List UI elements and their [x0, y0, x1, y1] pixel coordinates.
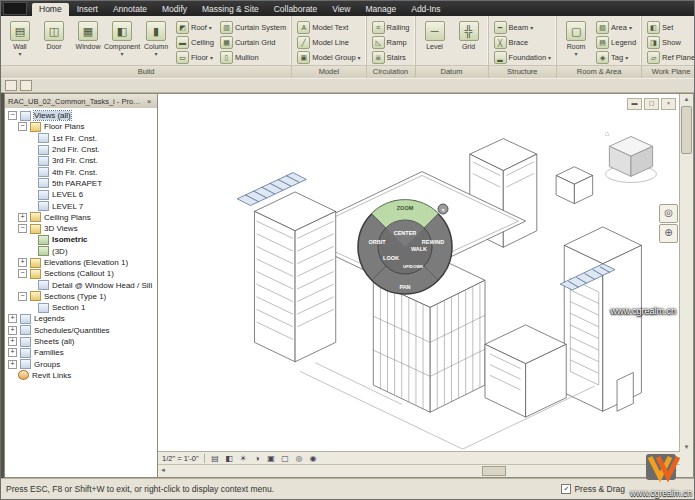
tree-item-schedules-quantities[interactable]: +Schedules/Quantities — [5, 325, 157, 336]
scroll-up-icon[interactable]: ▲ — [684, 94, 690, 104]
home-icon[interactable]: ⌂ — [605, 129, 610, 138]
collapse-toggle-icon[interactable]: − — [18, 269, 27, 278]
tab-manage[interactable]: Manage — [359, 3, 404, 16]
horizontal-scrollbar[interactable]: ◄ ► — [158, 464, 680, 477]
ribbon-button-roof[interactable]: ◩Roof▾ — [174, 20, 216, 35]
view-cube[interactable]: ⌂ — [600, 128, 662, 190]
tab-view[interactable]: View — [325, 3, 357, 16]
project-browser-header[interactable]: RAC_UB_02_Common_Tasks_i - Project... × — [5, 94, 157, 108]
tree-item-views-all[interactable]: −Views (all) — [5, 110, 157, 121]
tree-item-3d[interactable]: (3D) — [5, 246, 157, 257]
ribbon-button-set[interactable]: ◧Set — [645, 20, 694, 35]
tree-item-elevations-elevation-1[interactable]: +Elevations (Elevation 1) — [5, 257, 157, 268]
expand-toggle-icon[interactable]: + — [18, 258, 27, 267]
ribbon-button-beam[interactable]: ━Beam▾ — [492, 20, 554, 35]
options-bar-icon[interactable] — [20, 80, 32, 91]
tab-add-ins[interactable]: Add-Ins — [404, 3, 447, 16]
scale-button[interactable]: 1/2" = 1'-0" — [162, 454, 199, 463]
minimize-icon[interactable]: ▬ — [627, 98, 642, 110]
ribbon-button-stairs[interactable]: ≣Stairs — [370, 50, 412, 65]
tree-item-floor-plans[interactable]: −Floor Plans — [5, 121, 157, 132]
wheel-look-label[interactable]: LOOK — [383, 255, 399, 261]
tree-item-4th-flr-cnst[interactable]: 4th Flr. Cnst. — [5, 166, 157, 177]
ribbon-button-curtain-system[interactable]: ▥Curtain System — [218, 20, 288, 35]
detail-level-icon[interactable]: ▤ — [210, 454, 221, 463]
ribbon-button-level[interactable]: ─Level — [419, 18, 451, 65]
wheel-rewind-label[interactable]: REWIND — [422, 239, 444, 245]
ribbon-button-railing[interactable]: ≡Railing — [370, 20, 412, 35]
tree-item-families[interactable]: +Families — [5, 347, 157, 358]
ribbon-button-wall[interactable]: ▤Wall▾ — [4, 18, 36, 65]
restore-icon[interactable]: ▢ — [644, 98, 659, 110]
tree-item-ceiling-plans[interactable]: +Ceiling Plans — [5, 212, 157, 223]
panel-title-model[interactable]: Model — [292, 65, 365, 78]
wheel-zoom-label[interactable]: ZOOM — [397, 205, 414, 211]
expand-toggle-icon[interactable]: + — [8, 348, 17, 357]
collapse-toggle-icon[interactable]: − — [8, 111, 17, 120]
tree-item-level-7[interactable]: LEVEL 7 — [5, 200, 157, 211]
press-drag-checkbox[interactable]: ✓ — [561, 484, 571, 494]
ribbon-button-component[interactable]: ◧Component▾ — [106, 18, 138, 65]
shadows-icon[interactable]: ◑ — [252, 454, 263, 463]
ribbon-button-show[interactable]: ◨Show — [645, 35, 694, 50]
tree-item-section-1[interactable]: Section 1 — [5, 302, 157, 313]
ribbon-button-ramp[interactable]: ◺Ramp — [370, 35, 412, 50]
tree-item-2nd-flr-cnst[interactable]: 2nd Flr. Cnst. — [5, 144, 157, 155]
tab-modify[interactable]: Modify — [155, 3, 194, 16]
tab-massing-site[interactable]: Massing & Site — [195, 3, 266, 16]
hide-isolate-icon[interactable]: ◎ — [294, 454, 305, 463]
steering-wheel-button[interactable]: ◎ — [659, 204, 678, 223]
view-viewport[interactable]: ZOOM REWIND PAN ORBIT CENTER WALK LOOK U… — [158, 94, 680, 452]
tree-item-level-6[interactable]: LEVEL 6 — [5, 189, 157, 200]
tree-item-5th-parapet[interactable]: 5th PARAPET — [5, 178, 157, 189]
expand-toggle-icon[interactable]: + — [8, 337, 17, 346]
collapse-toggle-icon[interactable]: − — [18, 224, 27, 233]
scroll-down-icon[interactable]: ▼ — [684, 442, 690, 452]
ribbon-button-grid[interactable]: ╬Grid — [453, 18, 485, 65]
ribbon-button-column[interactable]: ▮Column▾ — [140, 18, 172, 65]
collapse-toggle-icon[interactable]: − — [18, 122, 27, 131]
panel-title-datum[interactable]: Datum — [416, 65, 488, 78]
close-icon[interactable]: × — [661, 98, 676, 110]
tab-annotate[interactable]: Annotate — [106, 3, 154, 16]
options-bar-icon[interactable] — [5, 80, 17, 91]
sun-path-icon[interactable]: ☀ — [238, 454, 249, 463]
tab-collaborate[interactable]: Collaborate — [267, 3, 324, 16]
visual-style-icon[interactable]: ◧ — [224, 454, 235, 463]
ribbon-button-ref-plane[interactable]: ▱Ref Plane — [645, 50, 694, 65]
steering-wheel[interactable]: ZOOM REWIND PAN ORBIT CENTER WALK LOOK U… — [355, 197, 455, 297]
wheel-center-label[interactable]: CENTER — [394, 230, 417, 236]
tree-item-isometric[interactable]: Isometric — [5, 234, 157, 245]
ribbon-button-model-group[interactable]: ▣Model Group▾ — [295, 50, 362, 65]
drawing-area[interactable]: ZOOM REWIND PAN ORBIT CENTER WALK LOOK U… — [158, 93, 694, 478]
ribbon-button-curtain-grid[interactable]: ▦Curtain Grid — [218, 35, 288, 50]
close-icon[interactable]: × — [144, 97, 154, 106]
ribbon-button-foundation[interactable]: ▂Foundation▾ — [492, 50, 554, 65]
wheel-orbit-label[interactable]: ORBIT — [368, 239, 386, 245]
scroll-left-icon[interactable]: ◄ — [160, 467, 166, 473]
crop-region-icon[interactable]: ▢ — [280, 454, 291, 463]
ribbon-button-area[interactable]: ▧Area▾ — [594, 20, 638, 35]
tree-item-sheets-all[interactable]: +Sheets (all) — [5, 336, 157, 347]
tab-home[interactable]: Home — [32, 3, 69, 16]
wheel-updown-label[interactable]: UP/DOWN — [403, 264, 423, 269]
panel-title-structure[interactable]: Structure — [489, 65, 557, 78]
tree-item-3d-views[interactable]: −3D Views — [5, 223, 157, 234]
expand-toggle-icon[interactable]: + — [8, 314, 17, 323]
ribbon-button-tag[interactable]: ◈Tag▾ — [594, 50, 638, 65]
application-menu-icon[interactable] — [3, 2, 27, 15]
ribbon-button-legend[interactable]: ▤Legend — [594, 35, 638, 50]
tree-item-1st-flr-cnst[interactable]: 1st Flr. Cnst. — [5, 133, 157, 144]
wheel-walk-label[interactable]: WALK — [411, 246, 427, 252]
tree-item-detail-window-head-sill[interactable]: Detail @ Window Head / Sill — [5, 279, 157, 290]
collapse-toggle-icon[interactable]: − — [18, 292, 27, 301]
ribbon-button-brace[interactable]: ╳Brace — [492, 35, 554, 50]
panel-title-build[interactable]: Build — [1, 65, 291, 78]
ribbon-button-window[interactable]: ▦Window — [72, 18, 104, 65]
tree-item-legends[interactable]: +Legends — [5, 313, 157, 324]
wheel-pan-label[interactable]: PAN — [399, 284, 410, 290]
expand-toggle-icon[interactable]: + — [8, 360, 17, 369]
vertical-scrollbar[interactable]: ▲ ▼ — [679, 94, 693, 452]
panel-title-room-area[interactable]: Room & Area — [557, 65, 641, 78]
ribbon-button-room[interactable]: ▢Room▾ — [560, 18, 592, 65]
